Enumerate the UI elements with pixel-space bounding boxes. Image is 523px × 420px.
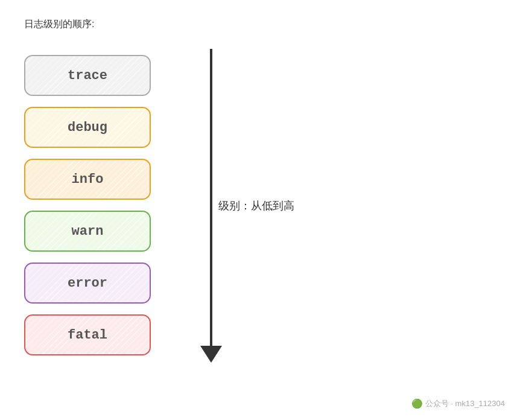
level-box-trace: trace	[24, 55, 151, 96]
watermark: 🟢 公众号 · mk13_112304	[411, 398, 505, 409]
arrow-label: 级别：从低到高	[218, 199, 294, 213]
levels-column: tracedebuginfowarnerrorfatal	[24, 55, 157, 355]
wechat-icon: 🟢	[411, 398, 423, 409]
page-title: 日志级别的顺序:	[24, 18, 499, 31]
level-label-error: error	[68, 276, 107, 291]
arrow-section: 级别：从低到高	[193, 49, 229, 363]
content-area: tracedebuginfowarnerrorfatal 级别：从低到高	[24, 49, 499, 363]
level-label-warn: warn	[72, 224, 104, 239]
level-box-warn: warn	[24, 211, 151, 252]
arrow-line	[210, 49, 212, 346]
page: 日志级别的顺序: tracedebuginfowarnerrorfatal 级别…	[0, 0, 523, 420]
level-box-info: info	[24, 159, 151, 200]
level-label-debug: debug	[68, 120, 107, 135]
level-box-error: error	[24, 262, 151, 304]
level-label-fatal: fatal	[68, 328, 107, 343]
level-box-fatal: fatal	[24, 314, 151, 355]
level-box-debug: debug	[24, 107, 151, 148]
watermark-text: 公众号 · mk13_112304	[425, 398, 505, 409]
arrow-container: 级别：从低到高	[200, 49, 222, 363]
level-label-info: info	[72, 172, 104, 187]
level-label-trace: trace	[68, 68, 107, 83]
arrow-head	[200, 346, 222, 363]
